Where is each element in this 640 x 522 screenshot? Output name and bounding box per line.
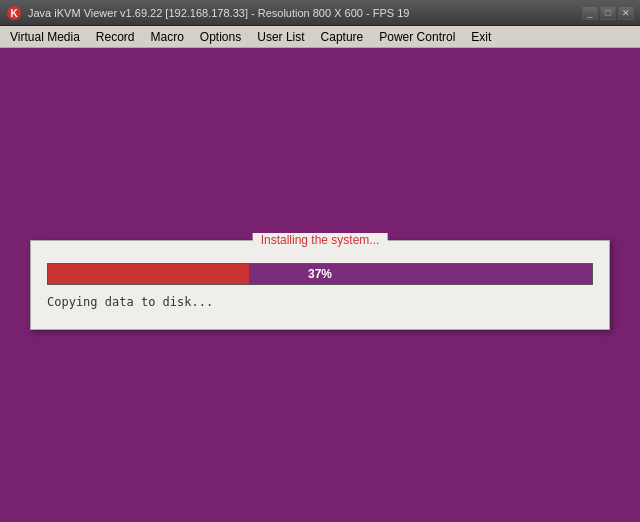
menu-item-capture[interactable]: Capture bbox=[313, 28, 372, 46]
kvm-display: Installing the system... 37% Copying dat… bbox=[0, 48, 640, 522]
menu-item-user-list[interactable]: User List bbox=[249, 28, 312, 46]
app-icon: K bbox=[6, 5, 22, 21]
window-title: Java iKVM Viewer v1.69.22 [192.168.178.3… bbox=[28, 7, 582, 19]
menu-bar: Virtual Media Record Macro Options User … bbox=[0, 26, 640, 48]
progress-bar-wrapper: 37% bbox=[47, 263, 593, 285]
menu-item-options[interactable]: Options bbox=[192, 28, 249, 46]
status-text: Copying data to disk... bbox=[47, 295, 593, 309]
progress-label: 37% bbox=[48, 267, 592, 281]
menu-item-exit[interactable]: Exit bbox=[463, 28, 499, 46]
minimize-button[interactable]: _ bbox=[582, 6, 598, 20]
dialog-title: Installing the system... bbox=[253, 233, 388, 247]
svg-text:K: K bbox=[10, 8, 18, 19]
install-dialog: Installing the system... 37% Copying dat… bbox=[30, 240, 610, 330]
menu-item-power-control[interactable]: Power Control bbox=[371, 28, 463, 46]
title-bar: K Java iKVM Viewer v1.69.22 [192.168.178… bbox=[0, 0, 640, 26]
progress-container: 37% bbox=[47, 263, 593, 285]
menu-item-record[interactable]: Record bbox=[88, 28, 143, 46]
menu-item-virtual-media[interactable]: Virtual Media bbox=[2, 28, 88, 46]
window-controls: _ □ ✕ bbox=[582, 6, 634, 20]
maximize-button[interactable]: □ bbox=[600, 6, 616, 20]
menu-item-macro[interactable]: Macro bbox=[143, 28, 192, 46]
close-button[interactable]: ✕ bbox=[618, 6, 634, 20]
